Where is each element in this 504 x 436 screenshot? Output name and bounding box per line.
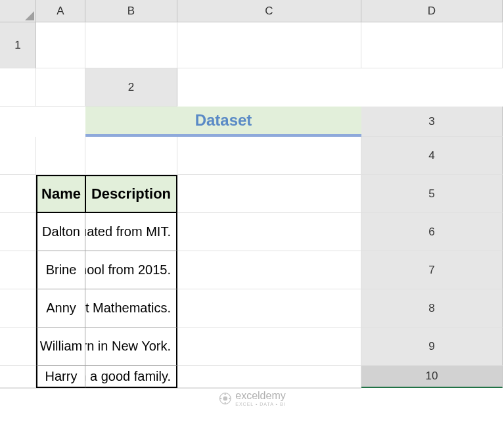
cell-a1[interactable] xyxy=(85,22,177,68)
col-header-a[interactable]: A xyxy=(36,0,85,22)
svg-point-1 xyxy=(223,396,227,400)
cell-a9[interactable] xyxy=(0,366,36,388)
cell-a3[interactable] xyxy=(0,137,36,175)
data-desc-1[interactable]: on is graduated from MIT. xyxy=(85,213,177,251)
svg-point-2 xyxy=(224,393,226,395)
select-all-triangle-icon xyxy=(25,11,34,20)
cell-d9[interactable] xyxy=(177,366,361,388)
svg-point-3 xyxy=(229,397,231,399)
cell-c10[interactable] xyxy=(85,388,177,389)
row-header-7[interactable]: 7 xyxy=(361,251,503,289)
watermark-subtitle: EXCEL • DATA • BI xyxy=(235,402,285,406)
cell-b3[interactable] xyxy=(36,137,85,175)
cell-b1[interactable] xyxy=(177,22,361,68)
data-desc-5[interactable]: came from a good family. xyxy=(85,366,177,388)
cell-a4[interactable] xyxy=(0,175,36,213)
row-header-5[interactable]: 5 xyxy=(361,175,503,213)
watermark-icon xyxy=(218,392,231,405)
spreadsheet-grid: A B C D 1 2 Dataset 3 4 Name Description… xyxy=(0,0,504,389)
col-header-d[interactable]: D xyxy=(361,0,503,22)
cell-d3[interactable] xyxy=(177,137,361,175)
watermark-brand: exceldemy xyxy=(235,390,285,401)
data-desc-2[interactable]: going to School from 2015. xyxy=(85,251,177,289)
row-header-9[interactable]: 9 xyxy=(361,327,503,366)
cell-a10[interactable] xyxy=(0,388,36,389)
cell-d2[interactable] xyxy=(361,22,503,68)
data-desc-3[interactable]: y is good at Mathematics. xyxy=(85,289,177,327)
svg-point-4 xyxy=(219,397,221,399)
cell-c3[interactable] xyxy=(85,137,177,175)
row-header-8[interactable]: 8 xyxy=(361,289,503,327)
col-header-b[interactable]: B xyxy=(85,0,177,22)
cell-d10[interactable] xyxy=(177,388,361,389)
svg-point-5 xyxy=(224,402,226,404)
table-header-name[interactable]: Name xyxy=(36,175,85,213)
col-header-c[interactable]: C xyxy=(177,0,361,22)
data-name-4[interactable]: William xyxy=(36,327,85,366)
data-name-2[interactable]: Brine xyxy=(36,251,85,289)
cell-a7[interactable] xyxy=(0,289,36,327)
data-name-5[interactable]: Harry xyxy=(36,366,85,388)
cell-d1[interactable] xyxy=(36,68,85,107)
row-header-2[interactable]: 2 xyxy=(85,68,177,107)
cell-b10[interactable] xyxy=(36,388,85,389)
row-header-6[interactable]: 6 xyxy=(361,213,503,251)
dataset-title[interactable]: Dataset xyxy=(85,107,361,137)
cell-a8[interactable] xyxy=(0,327,36,366)
watermark: exceldemy EXCEL • DATA • BI xyxy=(218,390,285,406)
cell-d7[interactable] xyxy=(177,289,361,327)
data-name-1[interactable]: Dalton xyxy=(36,213,85,251)
table-header-description[interactable]: Description xyxy=(85,175,177,213)
row-header-1[interactable]: 1 xyxy=(0,22,36,68)
cell-d8[interactable] xyxy=(177,327,361,366)
select-all-corner[interactable] xyxy=(0,0,36,22)
data-desc-4[interactable]: am was born in New York. xyxy=(85,327,177,366)
cell-a6[interactable] xyxy=(0,251,36,289)
row-header-4[interactable]: 4 xyxy=(361,137,503,175)
cell-c1[interactable] xyxy=(0,68,36,107)
cell-d5[interactable] xyxy=(177,213,361,251)
row-header-3[interactable]: 3 xyxy=(361,107,503,137)
cell-a5[interactable] xyxy=(0,213,36,251)
cell-d6[interactable] xyxy=(177,251,361,289)
cell-d4[interactable] xyxy=(177,175,361,213)
row-header-10[interactable]: 10 xyxy=(361,366,503,388)
data-name-3[interactable]: Anny xyxy=(36,289,85,327)
cell-a2[interactable] xyxy=(36,22,85,68)
